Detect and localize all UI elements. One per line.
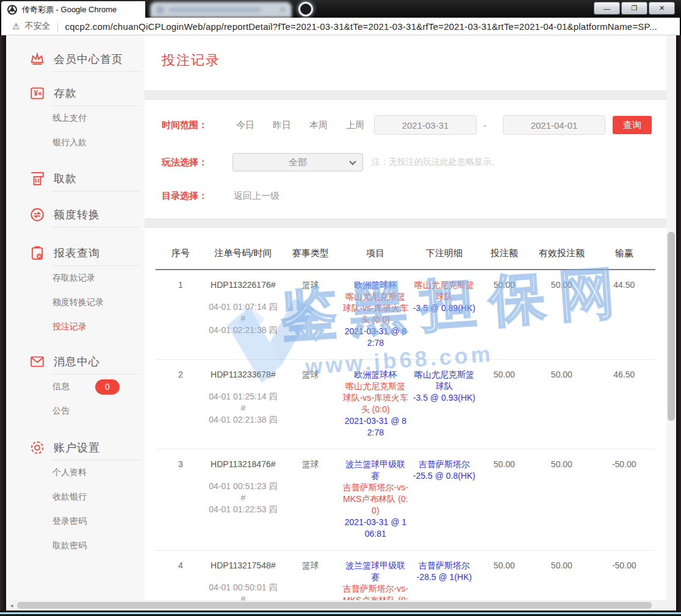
match-name: 吉普萨斯塔尔-vs-MKS卢布林队 (0:0) — [342, 482, 409, 517]
date-from-input[interactable]: 2021-03-31 — [374, 115, 477, 135]
cell-stake: 50.00 — [478, 459, 530, 540]
quick-range-last-week[interactable]: 上周 — [346, 120, 364, 131]
cell-bet-id-time: HDP113233678# 04-01 01:25:14 四 # 04-01 0… — [206, 369, 281, 439]
blurred-tab[interactable]: ✕ — [150, 2, 292, 18]
bet-time-start: 04-01 01:25:14 四 — [206, 391, 281, 403]
active-tab[interactable]: 传奇彩票 - Google Chrome — [1, 1, 145, 18]
not-secure-warning-icon: ⚠ — [12, 21, 20, 31]
vertical-scrollbar[interactable] — [666, 35, 676, 600]
cell-no: 2 — [156, 369, 206, 439]
bet-pick: 吉普萨斯塔尔 — [413, 560, 477, 571]
match-name: 喀山尤尼克斯篮球队-vs-库班火车头 (0:0) — [342, 381, 409, 415]
sidebar-item-announcements[interactable]: 公告 — [6, 399, 145, 423]
sidebar-item-member-home[interactable]: 会员中心首页 — [6, 47, 145, 71]
match-result: 2021-03-31 @ 106:81 — [342, 517, 409, 540]
back-to-parent-link[interactable]: 返回上一级 — [234, 190, 279, 202]
sidebar-item-messages[interactable]: 信息 0 — [6, 374, 145, 399]
address-bar[interactable]: ⚠ 不安全 | cqcp2.com/chuanQiCPLoginWeb/app/… — [1, 18, 680, 35]
sidebar-sub-label: 额度转换记录 — [52, 297, 104, 308]
bet-records-table: 序号 注单号码/时间 赛事类型 项目 下注明细 投注额 有效投注额 输赢 1 H… — [145, 228, 666, 611]
browser-window: 传奇彩票 - Google Chrome ✕ — ❐ ✕ ⚠ 不安全 | cqc… — [0, 0, 681, 616]
bet-time-settle: 04-01 02:21:38 四 — [206, 414, 281, 426]
maximize-button[interactable]: ❐ — [621, 2, 647, 15]
sidebar-item-withdraw-password[interactable]: 取款密码 — [6, 534, 145, 558]
sidebar-item-deposit-withdraw-records[interactable]: 存取款记录 — [6, 266, 145, 290]
blurred-tab-favicon-icon — [156, 6, 164, 14]
svg-text:¥«: ¥« — [34, 89, 43, 98]
glowing-favicon-icon — [298, 2, 313, 16]
table-row: 3 HDP113218476# 04-01 00:51:23 四 # 04-01… — [156, 449, 655, 551]
close-button[interactable]: ✕ — [649, 2, 675, 15]
horizontal-scrollbar-thumb[interactable] — [17, 602, 652, 609]
bet-odds: -3.5 @ 0.93(HK) — [413, 392, 477, 404]
match-result: 2021-03-31 @ 82:78 — [342, 415, 409, 439]
cell-bet-detail: 吉普萨斯塔尔 -25.5 @ 0.8(HK) — [411, 459, 478, 540]
table-header-row: 序号 注单号码/时间 赛事类型 项目 下注明细 投注额 有效投注额 输赢 — [156, 228, 655, 270]
quick-range-this-week[interactable]: 本周 — [309, 120, 328, 131]
sidebar-item-quota-transfer-records[interactable]: 额度转换记录 — [6, 290, 145, 315]
sidebar-item-label: 会员中心首页 — [54, 52, 123, 66]
page-title: 投注记录 — [162, 51, 220, 70]
league-name: 波兰篮球甲级联赛 — [342, 459, 409, 482]
bet-time-separator: # — [206, 313, 281, 324]
time-range-label: 时间范围： — [162, 120, 218, 131]
divider — [52, 191, 140, 192]
chevron-down-icon — [349, 158, 356, 165]
window-title: 传奇彩票 - Google Chrome — [22, 4, 117, 15]
bet-time-separator: # — [206, 403, 281, 414]
dir-select-label: 目录选择： — [162, 190, 218, 202]
date-range-separator: - — [483, 120, 486, 131]
col-header-sport: 赛事类型 — [281, 248, 340, 259]
quick-range-yesterday[interactable]: 昨日 — [273, 120, 291, 131]
tab-close-icon[interactable]: ✕ — [279, 5, 286, 14]
message-count-badge: 0 — [95, 379, 120, 395]
sidebar-item-quota-transfer[interactable]: 额度转换 — [6, 202, 145, 227]
cell-bet-id-time: HDP113218476# 04-01 00:51:23 四 # 04-01 0… — [206, 459, 281, 540]
bet-id: HDP113217548# — [206, 560, 281, 571]
play-select-dropdown[interactable]: 全部 — [232, 153, 363, 171]
sidebar-sub-label: 投注记录 — [52, 321, 87, 332]
vertical-scrollbar-thumb[interactable] — [668, 232, 675, 421]
date-to-input[interactable]: 2021-04-01 — [503, 115, 605, 135]
cell-sport: 篮球 — [281, 369, 340, 439]
scroll-left-arrow-icon[interactable]: ◂ — [6, 602, 17, 609]
table-row: 2 HDP113233678# 04-01 01:25:14 四 # 04-01… — [156, 360, 655, 449]
divider — [52, 71, 140, 72]
cell-win-loss: 46.50 — [593, 369, 655, 439]
sidebar-sub-label: 存取款记录 — [52, 273, 95, 284]
sidebar-item-betting-records[interactable]: 投注记录 — [6, 315, 145, 339]
message-icon — [29, 354, 45, 370]
bet-pick: 吉普萨斯塔尔 — [413, 459, 477, 470]
sidebar-item-personal-info[interactable]: 个人资料 — [6, 460, 145, 485]
minimize-button[interactable]: — — [594, 2, 620, 15]
chrome-icon — [7, 5, 17, 15]
sidebar-item-report-query[interactable]: 报表查询 — [6, 241, 145, 265]
sidebar-item-login-password[interactable]: 登录密码 — [6, 509, 145, 534]
sidebar-item-label: 额度转换 — [54, 207, 100, 222]
url-text[interactable]: cqcp2.com/chuanQiCPLoginWeb/app/reportDe… — [65, 21, 657, 32]
bet-id: HDP113218476# — [206, 459, 281, 470]
sidebar-item-online-payment[interactable]: 线上支付 — [6, 106, 145, 131]
divider — [52, 227, 140, 227]
sidebar-sub-label: 取款密码 — [52, 540, 87, 551]
col-header-no: 序号 — [156, 248, 206, 259]
sidebar-sub-label: 收款银行 — [52, 492, 87, 503]
cell-item: 欧洲篮球杯 喀山尤尼克斯篮球队-vs-库班火车头 (0:0) 2021-03-3… — [340, 279, 411, 349]
sidebar-item-label: 报表查询 — [54, 246, 100, 260]
deposit-icon: ¥« — [29, 85, 45, 101]
transfer-icon — [29, 207, 45, 223]
sidebar-item-bank-deposit[interactable]: 银行入款 — [6, 131, 145, 155]
bet-id: HDP113226176# — [206, 279, 281, 291]
sidebar-item-message-center[interactable]: 消息中心 — [6, 349, 145, 374]
sidebar-sub-label: 银行入款 — [52, 137, 87, 148]
bet-pick: 喀山尤尼克斯篮球队 — [413, 369, 477, 392]
league-name: 欧洲篮球杯 — [342, 279, 409, 291]
quick-range-today[interactable]: 今日 — [236, 120, 254, 131]
horizontal-scrollbar[interactable]: ◂ — [6, 600, 676, 611]
sidebar-item-receiving-bank[interactable]: 收款银行 — [6, 485, 145, 509]
sidebar-item-deposit[interactable]: ¥« 存款 — [6, 81, 145, 106]
query-button[interactable]: 查询 — [613, 116, 652, 134]
not-secure-label[interactable]: 不安全 — [25, 21, 51, 32]
sidebar-item-account-settings[interactable]: 账户设置 — [6, 435, 145, 460]
sidebar-item-withdraw[interactable]: 取款 — [6, 167, 145, 191]
